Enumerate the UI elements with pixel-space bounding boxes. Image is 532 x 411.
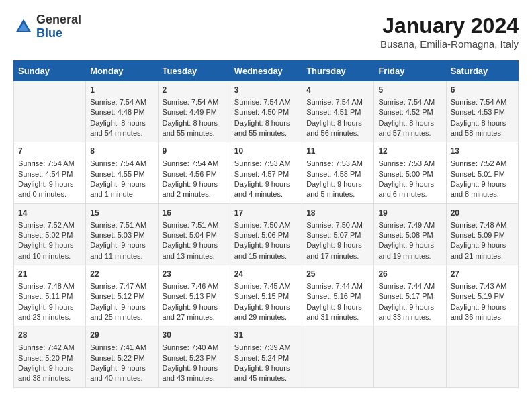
day-info: Daylight: 9 hours (234, 302, 298, 312)
day-number: 10 (234, 146, 298, 157)
week-row-2: 7Sunrise: 7:54 AMSunset: 4:54 PMDaylight… (14, 142, 519, 203)
day-info: Daylight: 9 hours (163, 179, 226, 189)
day-info: Sunset: 5:01 PM (451, 169, 514, 179)
day-number: 5 (378, 85, 441, 96)
day-cell: 21Sunrise: 7:48 AMSunset: 5:11 PMDayligh… (14, 265, 86, 326)
day-info: Sunset: 5:23 PM (163, 353, 226, 363)
day-number: 8 (90, 146, 153, 157)
day-cell: 4Sunrise: 7:54 AMSunset: 4:51 PMDaylight… (302, 81, 374, 142)
day-cell: 22Sunrise: 7:47 AMSunset: 5:12 PMDayligh… (86, 265, 158, 326)
day-info: Daylight: 9 hours (234, 363, 298, 373)
day-number: 20 (451, 208, 514, 219)
day-info: Daylight: 9 hours (234, 240, 298, 250)
day-number: 26 (378, 269, 441, 280)
week-row-5: 28Sunrise: 7:42 AMSunset: 5:20 PMDayligh… (14, 326, 519, 387)
day-info: Sunrise: 7:54 AM (306, 97, 369, 107)
day-info: and 13 minutes. (163, 251, 226, 261)
day-info: Daylight: 9 hours (90, 363, 153, 373)
day-info: and 8 minutes. (451, 189, 514, 199)
day-number: 25 (306, 269, 369, 280)
day-info: and 10 minutes. (18, 251, 81, 261)
day-number: 17 (234, 208, 298, 219)
day-info: and 38 minutes. (18, 373, 81, 383)
day-cell: 27Sunrise: 7:43 AMSunset: 5:19 PMDayligh… (446, 265, 518, 326)
day-info: Sunset: 4:49 PM (163, 107, 226, 118)
day-cell: 9Sunrise: 7:54 AMSunset: 4:56 PMDaylight… (158, 142, 230, 203)
day-info: and 23 minutes. (18, 312, 81, 322)
day-info: Daylight: 9 hours (18, 179, 81, 189)
header-tuesday: Tuesday (158, 61, 230, 81)
day-info: and 40 minutes. (90, 373, 153, 383)
day-info: Daylight: 9 hours (451, 240, 514, 250)
main-title: January 2024 (380, 13, 519, 38)
day-info: and 33 minutes. (378, 312, 441, 322)
day-info: Sunset: 5:09 PM (451, 230, 514, 240)
day-number: 16 (163, 208, 226, 219)
header-sunday: Sunday (14, 61, 86, 81)
day-info: Sunrise: 7:44 AM (378, 281, 441, 291)
day-info: Sunrise: 7:45 AM (234, 281, 298, 291)
day-info: Sunrise: 7:49 AM (378, 220, 441, 230)
header-row: SundayMondayTuesdayWednesdayThursdayFrid… (14, 61, 519, 81)
day-cell: 29Sunrise: 7:41 AMSunset: 5:22 PMDayligh… (86, 326, 158, 387)
day-cell: 18Sunrise: 7:50 AMSunset: 5:07 PMDayligh… (302, 203, 374, 265)
day-info: Sunset: 5:02 PM (18, 230, 81, 240)
day-cell (302, 326, 374, 387)
day-info: Sunrise: 7:54 AM (234, 97, 298, 107)
day-number: 27 (451, 269, 514, 280)
day-cell (446, 326, 518, 387)
day-info: and 27 minutes. (163, 312, 226, 322)
day-cell: 26Sunrise: 7:44 AMSunset: 5:17 PMDayligh… (374, 265, 446, 326)
day-info: Sunset: 5:04 PM (163, 230, 226, 240)
logo: General Blue (13, 13, 81, 40)
day-info: Sunrise: 7:53 AM (378, 158, 441, 169)
day-info: and 57 minutes. (378, 128, 441, 138)
day-info: Sunrise: 7:44 AM (306, 281, 369, 291)
day-cell: 13Sunrise: 7:52 AMSunset: 5:01 PMDayligh… (446, 142, 518, 203)
day-number: 6 (451, 85, 514, 96)
day-info: Daylight: 9 hours (451, 302, 514, 312)
day-info: and 0 minutes. (18, 189, 81, 199)
day-info: Sunset: 4:51 PM (306, 107, 369, 118)
day-info: Daylight: 8 hours (306, 118, 369, 128)
day-cell: 11Sunrise: 7:53 AMSunset: 4:58 PMDayligh… (302, 142, 374, 203)
day-info: Sunset: 5:08 PM (378, 230, 441, 240)
day-info: Daylight: 9 hours (378, 240, 441, 250)
day-cell: 8Sunrise: 7:54 AMSunset: 4:55 PMDaylight… (86, 142, 158, 203)
day-info: Sunrise: 7:54 AM (18, 158, 81, 169)
day-info: and 1 minute. (90, 189, 153, 199)
day-info: Sunrise: 7:53 AM (306, 158, 369, 169)
day-info: Sunset: 5:11 PM (18, 291, 81, 302)
day-info: Sunset: 5:07 PM (306, 230, 369, 240)
day-info: Sunrise: 7:54 AM (163, 158, 226, 169)
day-info: Daylight: 9 hours (90, 179, 153, 189)
day-number: 9 (163, 146, 226, 157)
day-info: and 36 minutes. (451, 312, 514, 322)
day-info: and 5 minutes. (306, 189, 369, 199)
day-number: 4 (306, 85, 369, 96)
day-cell: 24Sunrise: 7:45 AMSunset: 5:15 PMDayligh… (230, 265, 302, 326)
day-info: and 25 minutes. (90, 312, 153, 322)
day-info: Sunrise: 7:50 AM (234, 220, 298, 230)
day-info: and 2 minutes. (163, 189, 226, 199)
day-info: and 29 minutes. (234, 312, 298, 322)
day-info: Daylight: 8 hours (90, 118, 153, 128)
day-cell: 7Sunrise: 7:54 AMSunset: 4:54 PMDaylight… (14, 142, 86, 203)
day-info: Sunrise: 7:48 AM (18, 281, 81, 291)
day-info: Sunset: 5:19 PM (451, 291, 514, 302)
day-info: Daylight: 9 hours (306, 302, 369, 312)
day-info: Sunset: 5:03 PM (90, 230, 153, 240)
day-number: 14 (18, 208, 81, 219)
day-info: Daylight: 8 hours (451, 118, 514, 128)
day-info: Sunrise: 7:53 AM (234, 158, 298, 169)
calendar-body: 1Sunrise: 7:54 AMSunset: 4:48 PMDaylight… (14, 81, 519, 388)
day-number: 2 (163, 85, 226, 96)
day-info: Sunrise: 7:52 AM (451, 158, 514, 169)
calendar-header: SundayMondayTuesdayWednesdayThursdayFrid… (14, 61, 519, 81)
day-number: 29 (90, 330, 153, 341)
day-info: Sunset: 4:52 PM (378, 107, 441, 118)
subtitle: Busana, Emilia-Romagna, Italy (380, 38, 519, 50)
day-cell: 15Sunrise: 7:51 AMSunset: 5:03 PMDayligh… (86, 203, 158, 265)
day-cell: 31Sunrise: 7:39 AMSunset: 5:24 PMDayligh… (230, 326, 302, 387)
day-cell (14, 81, 86, 142)
